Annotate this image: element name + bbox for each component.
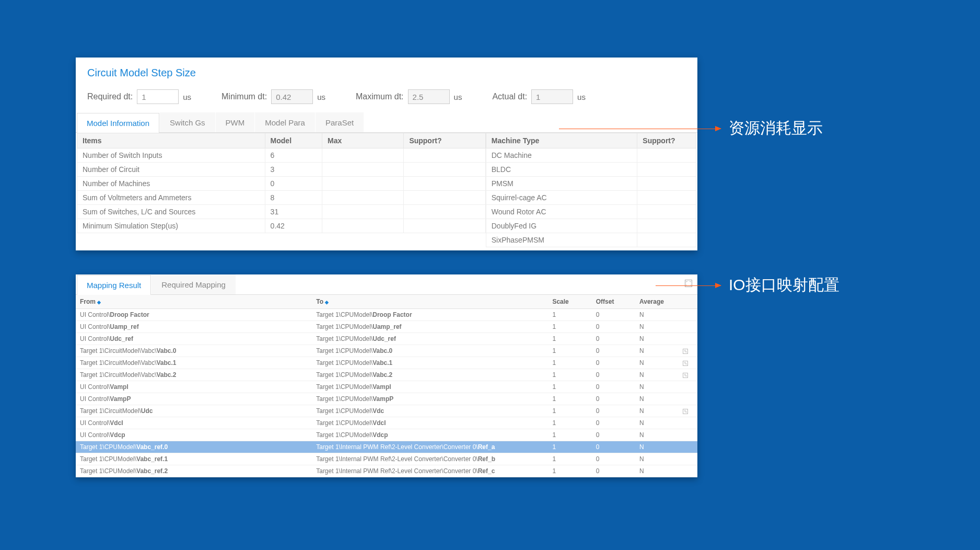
panel1-title: Circuit Model Step Size [76,58,697,86]
mapping-row[interactable]: Target 1\CPUModel\Vabc_ref.2Target 1\Int… [76,465,697,477]
mapping-row[interactable]: UI Control\Uamp_refTarget 1\CPUModel\Uam… [76,321,697,333]
table-row[interactable]: Sum of Switches, L/C and Sources31 [77,205,486,219]
annotation-resource: 资源消耗显示 [729,118,823,139]
machine-type-table: Machine Type Support? DC MachineBLDCPMSM… [486,133,696,247]
mapping-row[interactable]: UI Control\Udc_refTarget 1\CPUModel\Udc_… [76,333,697,345]
actual-dt-input [531,89,573,104]
col-max[interactable]: Max [322,133,404,148]
mapping-row[interactable]: UI Control\Droop FactorTarget 1\CPUModel… [76,309,697,321]
col-support[interactable]: Support? [404,133,485,148]
col-offset[interactable]: Offset [592,295,635,309]
required-dt-input[interactable] [137,89,179,104]
sort-icon[interactable]: ◆ [97,300,101,305]
minimum-dt-input [271,89,313,104]
annotation-arrow-2 [656,285,721,286]
minimum-dt-unit: us [317,93,325,101]
tab-paraset[interactable]: ParaSet [316,112,364,132]
mapping-row[interactable]: UI Control\VdcITarget 1\CPUModel\VdcI10N [76,417,697,429]
table-row[interactable]: Minimum Simulation Step(us)0.42 [77,219,486,233]
table-row[interactable]: Number of Circuit3 [77,163,486,177]
tab-switch-gs[interactable]: Switch Gs [160,112,215,132]
sort-icon[interactable]: ◆ [325,300,329,305]
table-row[interactable]: PMSM [486,177,696,191]
col-to[interactable]: To◆ [312,295,548,309]
table-row[interactable]: BLDC [486,163,696,177]
table-row[interactable]: SixPhasePMSM [486,233,696,247]
mapping-row[interactable]: Target 1\CircuitModel\Vabc\Vabc.2Target … [76,369,697,381]
mapping-row[interactable]: Target 1\CircuitModel\Vabc\Vabc.1Target … [76,357,697,369]
tab-required-mapping[interactable]: Required Mapping [151,274,236,294]
col-average[interactable]: Average [635,295,679,309]
tab-model-information[interactable]: Model Information [77,113,159,133]
edit-icon[interactable]: ✎ [683,349,688,354]
actual-dt-unit: us [577,93,586,101]
circuit-model-panel: Circuit Model Step Size Required dt: us … [76,58,697,250]
mapping-row[interactable]: UI Control\VampITarget 1\CPUModel\VampI1… [76,381,697,393]
edit-icon[interactable]: ✎ [683,373,688,378]
maximum-dt-label: Maximum dt: [356,92,404,101]
mapping-row[interactable]: Target 1\CircuitModel\UdcTarget 1\CPUMod… [76,405,697,417]
tab-mapping-result[interactable]: Mapping Result [77,275,151,295]
annotation-io-mapping: IO接口映射配置 [729,274,839,296]
mapping-table: From◆ To◆ Scale Offset Average UI Contro… [76,295,697,477]
mapping-row[interactable]: Target 1\CPUModel\Vabc_ref.1Target 1\Int… [76,453,697,465]
table-row[interactable]: DC Machine [486,148,696,163]
edit-icon[interactable]: ✎ [683,409,688,414]
required-dt-unit: us [183,93,191,101]
table-row[interactable]: Wound Rotor AC [486,205,696,219]
mapping-row[interactable]: UI Control\VdcpTarget 1\CPUModel\Vdcp10N [76,429,697,441]
edit-icon[interactable]: ✎ [683,361,688,366]
minimum-dt-label: Minimum dt: [221,92,267,101]
table-row[interactable]: Squirrel-cage AC [486,191,696,205]
col-machine-support[interactable]: Support? [637,133,696,148]
tab-pwm[interactable]: PWM [216,112,255,132]
col-from[interactable]: From◆ [76,295,312,309]
mapping-row[interactable]: Target 1\CPUModel\Vabc_ref.0Target 1\Int… [76,441,697,453]
maximum-dt-input [408,89,450,104]
col-scale[interactable]: Scale [548,295,591,309]
panel2-tabs: Mapping ResultRequired Mapping [76,274,697,295]
table-row[interactable]: Number of Machines0 [77,177,486,191]
maximum-dt-unit: us [454,93,462,101]
mapping-row[interactable]: Target 1\CircuitModel\Vabc\Vabc.0Target … [76,345,697,357]
table-row[interactable]: Sum of Voltmeters and Ammeters8 [77,191,486,205]
col-machine-type[interactable]: Machine Type [486,133,637,148]
required-dt-label: Required dt: [87,92,133,101]
table-row[interactable]: Number of Switch Inputs6 [77,148,486,163]
step-size-row: Required dt: us Minimum dt: us Maximum d… [76,86,697,112]
annotation-arrow-1 [559,129,721,129]
tab-model-para[interactable]: Model Para [255,112,315,132]
panel1-tabs: Model InformationSwitch GsPWMModel ParaP… [76,112,697,133]
mapping-panel: ⛶ Mapping ResultRequired Mapping From◆ T… [76,274,697,477]
table-row[interactable]: DoublyFed IG [486,219,696,233]
col-items[interactable]: Items [77,133,265,148]
model-info-table: Items Model Max Support? Number of Switc… [77,133,486,233]
mapping-row[interactable]: UI Control\VampPTarget 1\CPUModel\VampP1… [76,393,697,405]
col-model[interactable]: Model [265,133,322,148]
actual-dt-label: Actual dt: [492,92,527,101]
